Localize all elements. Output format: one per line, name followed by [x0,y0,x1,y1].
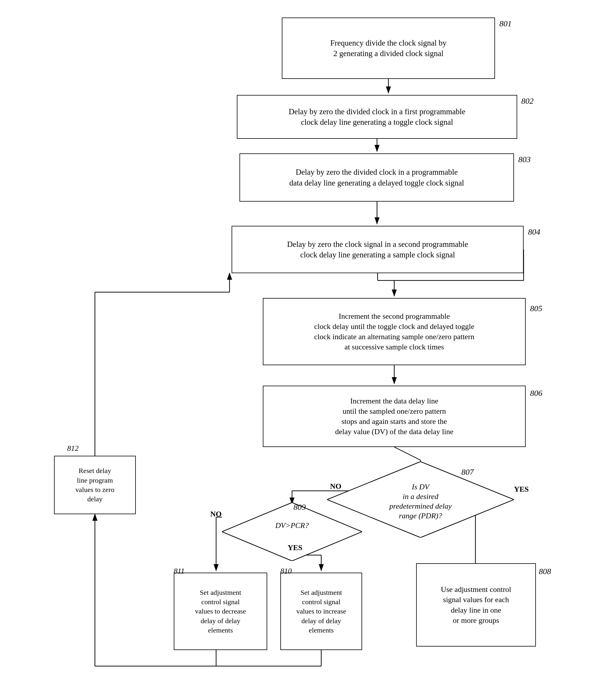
ref-807: 807 [462,468,474,477]
svg-text:range (PDR)?: range (PDR)? [399,511,442,520]
ref-801: 801 [499,19,512,28]
svg-marker-34 [222,502,362,561]
box-804: Delay by zero the clock signal in a seco… [232,226,524,273]
ref-805: 805 [530,304,542,313]
svg-text:predetermined delay: predetermined delay [389,502,452,510]
ref-811: 811 [174,567,185,576]
svg-text:DV>PCR?: DV>PCR? [275,521,309,530]
box-806: Increment the data delay line until the … [263,386,526,447]
box-808: Use adjustment control signal values for… [416,563,536,647]
box-802: Delay by zero the divided clock in a fir… [237,95,517,139]
box-803: Delay by zero the divided clock in a pro… [239,153,514,202]
label-no-809: NO [210,510,221,519]
ref-808: 808 [539,567,551,576]
label-yes-809: YES [288,543,303,552]
box-805: Increment the second programmable clock … [263,298,526,365]
svg-line-10 [394,447,420,460]
box-810: Set adjustment control signal values to … [280,573,362,650]
ref-804: 804 [528,227,540,236]
label-yes-807: YES [514,485,529,494]
ref-806: 806 [530,389,542,398]
ref-803: 803 [518,155,531,164]
flowchart-diagram: Frequency divide the clock signal by 2 g… [0,0,601,700]
svg-text:Is DV: Is DV [412,483,430,491]
box-801: Frequency divide the clock signal by 2 g… [282,18,495,79]
box-812: Reset delay line program values to zero … [54,456,136,514]
ref-809: 809 [293,502,306,512]
ref-802: 802 [521,96,533,106]
ref-810: 810 [280,567,292,576]
label-no-807: NO [330,482,341,491]
box-811: Set adjustment control signal values to … [174,573,267,650]
diamond-809: DV>PCR? [222,502,362,561]
ref-812: 812 [67,444,79,453]
svg-text:in a desired: in a desired [403,492,439,501]
